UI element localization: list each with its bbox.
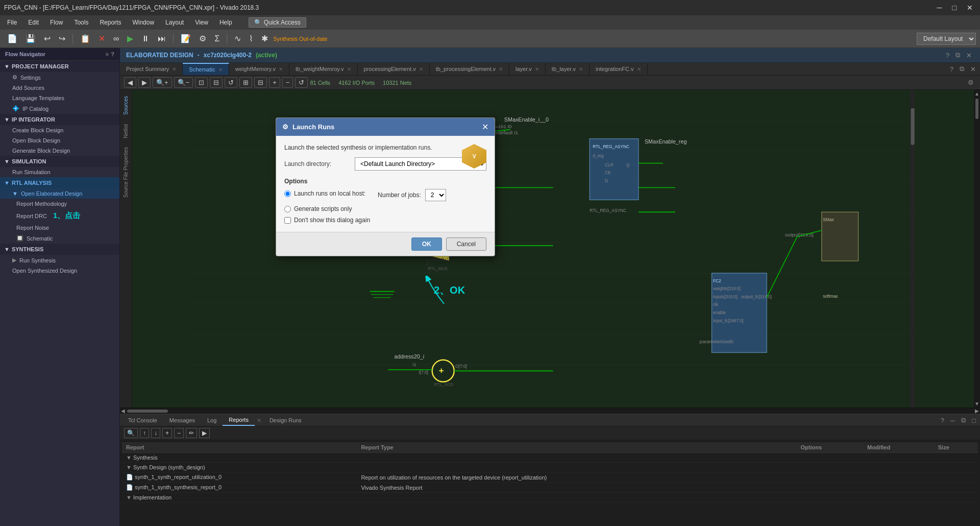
scroll-up-btn[interactable]: ▲ (974, 91, 979, 97)
sigma-button[interactable]: Σ (211, 32, 223, 45)
bottom-minimize-btn[interactable]: ─ (948, 416, 957, 425)
tab-tb-layer[interactable]: tb_layer.v ✕ (546, 63, 590, 75)
wave2-button[interactable]: ⌇ (246, 32, 256, 45)
radio-local-host-input[interactable] (284, 190, 291, 197)
menu-window[interactable]: Window (127, 17, 159, 28)
maximize-button[interactable]: □ (949, 3, 960, 13)
cancel-button[interactable]: Cancel (446, 237, 486, 251)
window-controls[interactable]: ─ □ ✕ (934, 3, 976, 13)
sidebar-item-open-synthesized-design[interactable]: Open Synthesized Design (0, 266, 119, 276)
vertical-scrollbar[interactable]: ▲ ▼ (974, 90, 980, 408)
sidebar-item-report-methodology[interactable]: Report Methodology (0, 199, 119, 209)
scroll-thumb[interactable] (975, 99, 978, 119)
sidebar-item-language-templates[interactable]: Language Templates (0, 93, 119, 103)
tab-tb-processing-element[interactable]: tb_processingElement.v ✕ (430, 63, 509, 75)
sidebar-item-run-synthesis[interactable]: ▶ Run Synthesis (0, 255, 119, 266)
add-report-btn[interactable]: + (162, 428, 172, 438)
run-all-button[interactable]: ∞ (110, 32, 122, 45)
refresh-button[interactable]: ↺ (225, 77, 237, 88)
collapse-all-btn[interactable]: ↑ (140, 428, 149, 438)
layout-select[interactable]: Default Layout (917, 33, 976, 45)
scroll-right-btn[interactable]: ▶ (975, 408, 979, 414)
help-icon-btn[interactable]: ? (944, 51, 951, 60)
undo-button[interactable]: ↩ (41, 32, 54, 45)
scroll-down-btn[interactable]: ▼ (974, 401, 979, 407)
section-rtl-analysis[interactable]: ▼ RTL ANALYSIS (0, 177, 119, 188)
minus-button[interactable]: − (282, 77, 293, 88)
redo-button[interactable]: ↪ (56, 32, 68, 45)
menu-tools[interactable]: Tools (69, 17, 93, 28)
menu-flow[interactable]: Flow (45, 17, 68, 28)
side-tab-source-file-properties[interactable]: Source File Properties (121, 143, 131, 202)
sidebar-item-settings[interactable]: ⚙ Settings (0, 72, 119, 83)
run-button[interactable]: ▶ (124, 32, 136, 45)
sidebar-item-ip-catalog[interactable]: 💠 IP Catalog (0, 103, 119, 114)
tab-close-integration-fc[interactable]: ✕ (637, 66, 641, 72)
zoom-in-button[interactable]: 🔍+ (153, 77, 172, 88)
tab-close-tb-layer[interactable]: ✕ (579, 66, 583, 72)
tab-restore-btn[interactable]: ⧉ (958, 64, 966, 74)
side-tab-sources[interactable]: Sources (121, 92, 131, 119)
new-button[interactable]: 📄 (4, 32, 20, 45)
tab-weight-memory[interactable]: weightMemory.v ✕ (229, 63, 289, 75)
dialog-close-button[interactable]: ✕ (482, 122, 488, 132)
tab-project-summary[interactable]: Project Summary ✕ (120, 63, 183, 75)
horiz-scroll-thumb[interactable] (127, 410, 168, 413)
section-synthesis[interactable]: ▼ SYNTHESIS (0, 244, 119, 255)
sidebar-item-open-block-design[interactable]: Open Block Design (0, 135, 119, 146)
section-simulation[interactable]: ▼ SIMULATION (0, 156, 119, 167)
tab-close-schematic[interactable]: ✕ (218, 67, 223, 73)
tab-processing-element[interactable]: processingElement.v ✕ (358, 63, 430, 75)
menu-view[interactable]: View (190, 17, 213, 28)
bottom-tab-design-runs[interactable]: Design Runs (263, 415, 308, 425)
tab-close-tb-processing[interactable]: ✕ (499, 66, 503, 72)
close-button[interactable]: ✕ (964, 3, 976, 13)
tab-integration-fc[interactable]: integrationFC.v ✕ (590, 63, 648, 75)
minimize-button[interactable]: ─ (934, 3, 945, 13)
stop-button[interactable]: ✕ (95, 32, 108, 45)
fit-button[interactable]: ⊡ (195, 77, 208, 88)
section-project-manager[interactable]: ▼ PROJECT MANAGER (0, 61, 119, 72)
add-button[interactable]: + (269, 77, 280, 88)
properties-button[interactable]: 📝 (178, 32, 194, 45)
edit-report-btn[interactable]: ✏ (186, 428, 197, 438)
menu-edit[interactable]: Edit (23, 17, 44, 28)
collapse-button[interactable]: ⊟ (254, 77, 267, 88)
run-report-btn[interactable]: ▶ (199, 428, 210, 438)
horizontal-scrollbar[interactable]: ◀ ▶ (120, 408, 980, 414)
quick-access-field[interactable]: 🔍 Quick Access (249, 17, 306, 28)
tab-schematic[interactable]: Schematic ✕ (183, 63, 229, 75)
side-tab-netlist[interactable]: Netlist (121, 120, 131, 142)
restore-icon-btn[interactable]: ⧉ (953, 50, 962, 60)
tab-help-btn[interactable]: ? (948, 64, 955, 74)
ok-button[interactable]: OK (411, 237, 442, 251)
expand-all-btn[interactable]: ↓ (151, 428, 160, 438)
sidebar-item-report-noise[interactable]: Report Noise (0, 223, 119, 233)
jump-button[interactable]: ⏭ (155, 32, 169, 45)
tab-close-layer[interactable]: ✕ (535, 66, 539, 72)
menu-help[interactable]: Help (214, 17, 237, 28)
wave-button[interactable]: ∿ (231, 32, 244, 45)
back-button[interactable]: ◀ (124, 77, 136, 88)
menu-file[interactable]: File (2, 17, 22, 28)
zoom-selection-button[interactable]: ⊟ (210, 77, 223, 88)
save-button[interactable]: 💾 (22, 32, 39, 45)
sidebar-item-report-drc[interactable]: Report DRC 1、点击 (0, 209, 119, 223)
step-button[interactable]: ⏸ (138, 32, 153, 45)
settings-button[interactable]: ⚙ (196, 32, 209, 45)
jobs-select[interactable]: 2 1 4 8 (425, 189, 446, 201)
bottom-maximize-btn[interactable]: □ (970, 416, 978, 425)
bottom-restore-btn[interactable]: ⧉ (959, 415, 968, 425)
remove-report-btn[interactable]: − (174, 428, 184, 438)
bottom-tab-messages[interactable]: Messages (163, 415, 201, 425)
asterisk-button[interactable]: ✱ (258, 32, 271, 45)
tab-close-processing-element[interactable]: ✕ (419, 66, 423, 72)
radio-generate-scripts-input[interactable] (284, 206, 291, 212)
sidebar-item-run-simulation[interactable]: Run Simulation (0, 167, 119, 177)
bottom-help-btn[interactable]: ? (939, 416, 946, 425)
copy-button[interactable]: 📋 (77, 32, 93, 45)
menu-layout[interactable]: Layout (160, 17, 189, 28)
close-design-btn[interactable]: ✕ (964, 51, 974, 60)
expand-button[interactable]: ⊞ (239, 77, 252, 88)
table-row[interactable]: 📄 synth_1_synth_synthesis_report_0 Vivad… (122, 483, 978, 493)
